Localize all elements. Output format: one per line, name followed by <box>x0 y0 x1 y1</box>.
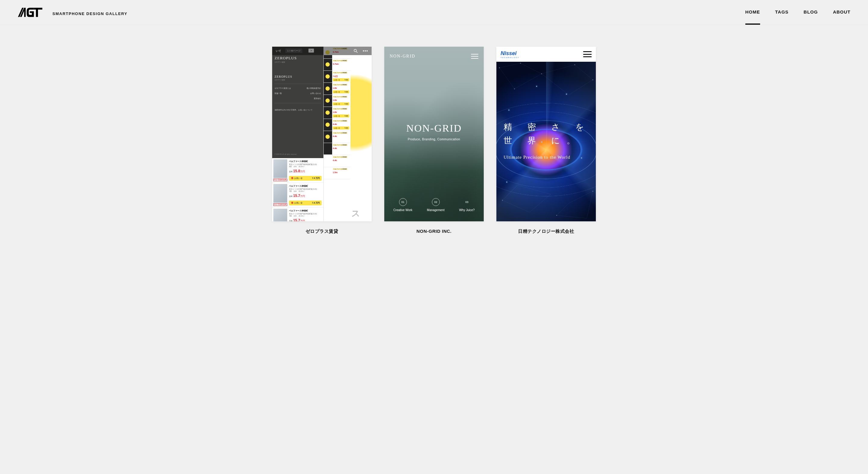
svg-line-1 <box>356 52 358 53</box>
gallery-card-zeroplus[interactable]: ゼロなのに キャッシュプラス ベルファース神保町 3.7km ベルファース神保町… <box>272 47 372 234</box>
gift-badge: 🎁 お祝い金7.9 万円 <box>289 176 321 181</box>
listing-item[interactable]: 仲介手数料無料 ベルファース神保町 東京メトロ半蔵門線神保町徒歩3分7階 1DK… <box>272 207 323 221</box>
drawer-link[interactable]: 個人情報保護方針 <box>307 87 321 90</box>
nongrid-subtitle: Produce, Branding, Communication <box>384 138 484 141</box>
nav-home[interactable]: HOME <box>745 9 760 16</box>
svg-point-0 <box>354 49 356 52</box>
strip-item[interactable]: ベルファース神保町 1.6k お祝い金7.8万 <box>324 83 350 95</box>
strip-dot-icon <box>326 123 330 127</box>
listing-photo <box>273 184 287 203</box>
listing-sub: 東京メトロ半蔵門線神保町徒歩3分8階 1DK 25.06㎡ <box>289 164 321 168</box>
zeroplus-drawer: 1 / 48ページ > ZEROPLUS ゼロプラス賃貸 ZEROPLUS ゼロ… <box>272 47 323 158</box>
nongrid-menu-item[interactable]: 02 Management <box>427 198 444 212</box>
zeroplus-topbar: いて <box>272 47 372 55</box>
hamburger-icon[interactable] <box>583 51 592 57</box>
listing-rent: 賃料 15.8万円 <box>289 169 321 173</box>
thumbnail-nongrid: NON-GRID NON-GRID Produce, Branding, Com… <box>384 47 484 221</box>
strip-item[interactable]: ベルファース神保町 1.5m <box>324 167 350 179</box>
listing-item[interactable]: 仲介手数料無料 ベルファース神保町 東京メトロ半蔵門線神保町徒歩3分8階 1DK… <box>272 158 323 183</box>
zeroplus-listings: 仲介手数料無料 ベルファース神保町 東京メトロ半蔵門線神保町徒歩3分8階 1DK… <box>272 158 323 221</box>
strip-item[interactable]: ベルファース神保町 1.6k お祝い金7.8万 <box>324 95 350 107</box>
strip-price: 4.4k <box>333 159 337 161</box>
strip-item[interactable]: ベルファース神保町 7.8万 お祝い金7.8万 <box>324 71 350 83</box>
strip-dot-icon <box>326 74 330 78</box>
listing-tag: 仲介手数料無料 <box>273 178 287 181</box>
strip-dot-icon <box>326 110 330 115</box>
strip-item[interactable]: ベルファース神保町 1.6k お祝い金7.8万 <box>324 107 350 119</box>
strip-badge: ベルファース神保町 <box>333 96 347 98</box>
strip-gift: お祝い金7.8万 <box>333 78 349 81</box>
listing-item[interactable]: 仲介手数料無料 ベルファース神保町 東京メトロ半蔵門線神保町徒歩3分7階 1DK… <box>272 183 323 207</box>
drawer-note: 掲載物件以外の仲介手数料、お祝い金について <box>275 109 321 112</box>
nongrid-menu-item[interactable]: 03 Why Juice? <box>459 198 475 212</box>
strip-dot-icon <box>326 87 330 91</box>
listing-title: ベルファース神保町 <box>289 209 321 212</box>
listing-photo <box>273 209 287 221</box>
card-title: NON-GRID INC. <box>416 229 452 234</box>
strip-gift: お祝い金7.8万 <box>333 102 349 105</box>
strip-item[interactable]: ベルファース神保町 4.4k <box>324 155 350 167</box>
card-title: 日精テクノロジー株式会社 <box>518 229 574 234</box>
logo-svg <box>18 7 48 18</box>
strip-price: 1.6k <box>333 111 337 113</box>
strip-price: 4.4k <box>333 123 337 125</box>
nongrid-menu-item[interactable]: 01 Creative Work <box>393 198 412 212</box>
zeroplus-logo: ZEROPLUS <box>275 56 321 61</box>
listing-tag: 仲介手数料無料 <box>273 203 287 206</box>
site-header: SMARTPHONE DESIGN GALLERY HOME TAGS BLOG… <box>0 0 868 25</box>
nissei-header: Nissei TECHNOLOGY <box>496 47 596 62</box>
strip-dot-icon <box>326 62 330 67</box>
nav-about[interactable]: ABOUT <box>833 9 850 16</box>
strip-badge: ベルファース神保町 <box>333 84 347 86</box>
search-icon[interactable] <box>353 48 358 54</box>
more-icon[interactable] <box>363 48 368 54</box>
gallery-card-nissei[interactable]: Nissei TECHNOLOGY <box>496 47 596 234</box>
strip-price: 1.5m <box>333 171 338 173</box>
strip-gift: お祝い金7.8万 <box>333 114 349 117</box>
drawer-link[interactable]: 部屋一覧 <box>275 92 282 95</box>
listing-rent: 賃料 15.7万円 <box>289 218 321 221</box>
gift-badge: 🎁 お祝い金7.8 万円 <box>289 201 321 205</box>
strip-dot-icon <box>326 135 330 139</box>
strip-item[interactable]: ベルファース神保町 4.4k <box>324 143 350 155</box>
strip-item[interactable]: ベルファース神保町 4.4k お祝い金7.8万 <box>324 119 350 131</box>
strip-badge: ベルファース神保町 <box>333 132 347 134</box>
zeroplus-mini-strip: ベルファース神保町 3.7km ベルファース神保町 3.7km ベルファース神保… <box>323 47 350 221</box>
strip-gift: お祝い金7.8万 <box>333 127 349 130</box>
strip-badge: ベルファース神保町 <box>333 60 347 61</box>
gallery-grid: ゼロなのに キャッシュプラス ベルファース神保町 3.7km ベルファース神保町… <box>18 47 850 234</box>
nissei-logo: Nissei TECHNOLOGY <box>501 50 519 59</box>
listing-rent: 賃料 15.7万円 <box>289 194 321 198</box>
listing-sub: 東京メトロ半蔵門線神保町徒歩3分7階 1DK 25.06㎡ <box>289 188 321 193</box>
drawer-copyright: © ZEROPLUS all rights reserved. <box>275 153 297 155</box>
strip-badge: ベルファース神保町 <box>333 72 347 73</box>
thumbnail-zeroplus: ゼロなのに キャッシュプラス ベルファース神保町 3.7km ベルファース神保町… <box>272 47 372 221</box>
listing-title: ベルファース神保町 <box>289 184 321 188</box>
drawer-link[interactable]: お問い合わせ <box>310 92 321 95</box>
drawer-link[interactable]: ゼロプラス賃貸とは <box>275 87 291 90</box>
nav-tags[interactable]: TAGS <box>775 9 789 16</box>
strip-item[interactable]: ベルファース神保町 4.4k <box>324 131 350 143</box>
nav-blog[interactable]: BLOG <box>804 9 818 16</box>
strip-badge: ベルファース神保町 <box>333 168 347 170</box>
gallery-card-nongrid[interactable]: NON-GRID NON-GRID Produce, Branding, Com… <box>384 47 484 234</box>
strip-gift: お祝い金7.8万 <box>333 90 349 93</box>
main-nav: HOME TAGS BLOG ABOUT <box>745 9 850 16</box>
logo-block[interactable]: SMARTPHONE DESIGN GALLERY <box>18 7 127 18</box>
logo <box>18 7 48 18</box>
strip-price: 7.8万 <box>333 75 338 78</box>
strip-price: 3.7km <box>333 63 339 65</box>
main-content: ゼロなのに キャッシュプラス ベルファース神保町 3.7km ベルファース神保町… <box>0 25 868 246</box>
strip-item[interactable]: ベルファース神保町 3.7km <box>324 59 350 71</box>
hamburger-icon[interactable] <box>471 54 478 59</box>
listing-photo <box>273 159 287 178</box>
nongrid-menu: 01 Creative Work 02 Management 03 Why Ju… <box>384 198 484 212</box>
strip-price: 1.6k <box>333 87 337 89</box>
strip-price: 1.6k <box>333 99 337 101</box>
strip-price: 4.4k <box>333 135 337 137</box>
strip-badge: ベルファース神保町 <box>333 120 347 122</box>
nongrid-logo: NON-GRID <box>390 54 415 59</box>
drawer-link[interactable]: 運営会社 <box>314 97 321 100</box>
nissei-hero: 精 密 さ を 世 界 に。 Ultimate Precision to the… <box>496 62 596 221</box>
thumbnail-nissei: Nissei TECHNOLOGY <box>496 47 596 221</box>
